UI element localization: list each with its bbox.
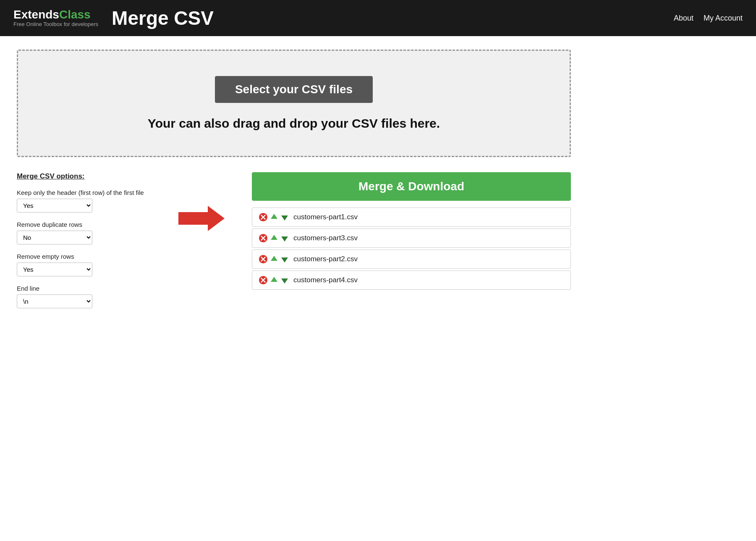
option-remove-duplicates-label: Remove duplicate rows xyxy=(17,221,151,228)
logo-extends: Extends xyxy=(13,8,59,21)
options-title: Merge CSV options: xyxy=(17,172,151,181)
file-item: customers-part2.csv xyxy=(252,249,571,269)
remove-icon[interactable] xyxy=(258,233,268,243)
move-up-icon[interactable] xyxy=(269,213,279,222)
option-keep-header-label: Keep only the header (first row) of the … xyxy=(17,189,151,196)
options-panel: Merge CSV options: Keep only the header … xyxy=(17,172,151,317)
svg-marker-20 xyxy=(281,278,288,284)
remove-empty-select[interactable]: Yes No xyxy=(17,263,92,276)
logo: ExtendsClass Free Online Toolbox for dev… xyxy=(13,8,98,27)
header-nav: About My Account xyxy=(674,14,743,23)
svg-marker-5 xyxy=(281,215,288,221)
remove-duplicates-select[interactable]: Yes No xyxy=(17,231,92,244)
move-up-icon[interactable] xyxy=(269,255,279,264)
file-name: customers-part4.csv xyxy=(293,276,358,284)
right-arrow-icon xyxy=(178,206,225,231)
file-item: customers-part4.csv xyxy=(252,270,571,290)
logo-subtitle: Free Online Toolbox for developers xyxy=(13,21,98,27)
option-remove-duplicates: Remove duplicate rows Yes No xyxy=(17,221,151,244)
file-item-icons xyxy=(258,212,289,222)
option-keep-header: Keep only the header (first row) of the … xyxy=(17,189,151,213)
merge-download-button[interactable]: Merge & Download xyxy=(252,172,571,201)
nav-about[interactable]: About xyxy=(674,14,693,23)
svg-marker-14 xyxy=(271,256,277,261)
move-down-icon[interactable] xyxy=(280,255,289,264)
file-item-icons xyxy=(258,254,289,264)
header-left: ExtendsClass Free Online Toolbox for dev… xyxy=(13,7,214,29)
file-item: customers-part3.csv xyxy=(252,228,571,248)
svg-marker-9 xyxy=(271,235,277,240)
move-down-icon[interactable] xyxy=(280,276,289,285)
site-header: ExtendsClass Free Online Toolbox for dev… xyxy=(0,0,756,36)
logo-class: Class xyxy=(59,8,91,21)
svg-marker-0 xyxy=(178,206,225,231)
move-down-icon[interactable] xyxy=(280,213,289,222)
arrow-area xyxy=(176,172,227,231)
svg-marker-4 xyxy=(271,214,277,219)
option-end-line-label: End line xyxy=(17,285,151,292)
file-name: customers-part2.csv xyxy=(293,255,358,263)
file-name: customers-part3.csv xyxy=(293,234,358,242)
svg-marker-15 xyxy=(281,257,288,263)
move-up-icon[interactable] xyxy=(269,234,279,243)
select-files-button[interactable]: Select your CSV files xyxy=(215,76,373,103)
file-item: customers-part1.csv xyxy=(252,207,571,227)
svg-marker-10 xyxy=(281,236,288,242)
end-line-select[interactable]: \n \r\n \r xyxy=(17,294,92,308)
nav-my-account[interactable]: My Account xyxy=(704,14,743,23)
file-item-icons xyxy=(258,275,289,285)
remove-icon[interactable] xyxy=(258,254,268,264)
right-panel: Merge & Download xyxy=(252,172,571,290)
option-remove-empty-label: Remove empty rows xyxy=(17,253,151,260)
file-item-icons xyxy=(258,233,289,243)
option-end-line: End line \n \r\n \r xyxy=(17,285,151,308)
bottom-section: Merge CSV options: Keep only the header … xyxy=(17,172,571,317)
svg-marker-19 xyxy=(271,277,277,282)
remove-icon[interactable] xyxy=(258,275,268,285)
move-up-icon[interactable] xyxy=(269,276,279,285)
drag-drop-text: Your can also drag and drop your CSV fil… xyxy=(35,116,553,131)
page-title: Merge CSV xyxy=(112,7,214,29)
move-down-icon[interactable] xyxy=(280,234,289,243)
drop-zone[interactable]: Select your CSV files Your can also drag… xyxy=(17,50,571,157)
file-list: customers-part1.csv xyxy=(252,207,571,290)
file-name: customers-part1.csv xyxy=(293,213,358,221)
remove-icon[interactable] xyxy=(258,212,268,222)
keep-header-select[interactable]: Yes No xyxy=(17,199,92,213)
option-remove-empty: Remove empty rows Yes No xyxy=(17,253,151,276)
